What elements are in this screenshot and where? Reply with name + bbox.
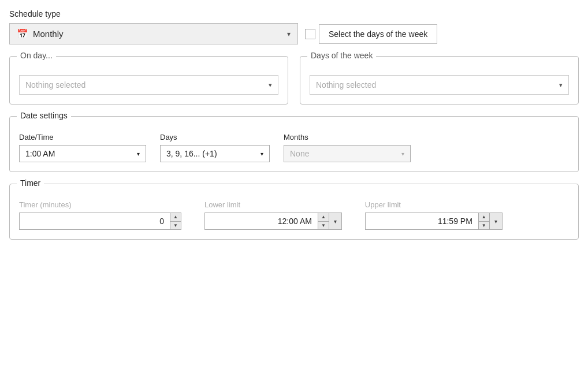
months-col: Months None ▾ [284, 133, 411, 162]
days-arrow-icon: ▾ [260, 151, 263, 157]
lower-limit-input[interactable] [204, 213, 318, 230]
days-value: 3, 9, 16... (+1) [166, 149, 260, 158]
schedule-type-dropdown[interactable]: 📅 Monthly ▾ [9, 23, 298, 44]
days-label: Days [160, 133, 270, 141]
lower-limit-dropdown-btn[interactable]: ▾ [329, 213, 342, 230]
on-day-placeholder: Nothing selected [25, 80, 269, 90]
on-day-panel: On day... Nothing selected ▾ [9, 56, 288, 105]
week-days-checkbox[interactable] [305, 29, 315, 39]
datetime-dropdown[interactable]: 1:00 AM ▾ [19, 145, 146, 162]
lower-limit-label: Lower limit [204, 200, 342, 209]
timer-minutes-label: Timer (minutes) [19, 200, 181, 209]
days-of-week-dropdown[interactable]: Nothing selected ▾ [310, 75, 569, 95]
upper-limit-dropdown-btn[interactable]: ▾ [489, 213, 503, 230]
timer-title: Timer [17, 178, 44, 188]
datetime-col: Date/Time 1:00 AM ▾ [19, 133, 146, 162]
on-day-arrow-icon: ▾ [269, 81, 272, 89]
months-dropdown[interactable]: None ▾ [284, 145, 411, 162]
lower-limit-col: Lower limit ▲ ▼ ▾ [204, 200, 342, 230]
schedule-type-value: Monthly [33, 29, 282, 39]
lower-limit-field: ▲ ▼ ▾ [204, 213, 342, 230]
datetime-arrow-icon: ▾ [137, 151, 140, 157]
timer-section: Timer Timer (minutes) ▲ ▼ Lower limit ▲ … [9, 184, 579, 240]
upper-limit-input[interactable] [365, 213, 478, 230]
days-dropdown[interactable]: 3, 9, 16... (+1) ▾ [160, 145, 270, 162]
timer-up-btn[interactable]: ▲ [170, 213, 181, 222]
datetime-value: 1:00 AM [25, 149, 137, 158]
on-day-dropdown[interactable]: Nothing selected ▾ [19, 75, 278, 95]
timer-down-btn[interactable]: ▼ [170, 222, 181, 230]
days-of-week-panel: Days of the week Nothing selected ▾ [300, 56, 579, 105]
upper-limit-field: ▲ ▼ ▾ [365, 213, 503, 230]
days-of-week-placeholder: Nothing selected [316, 80, 559, 90]
week-days-checkbox-label: Select the days of the week [319, 24, 437, 44]
datetime-label: Date/Time [19, 133, 146, 141]
upper-limit-label: Upper limit [365, 200, 503, 209]
months-label: Months [284, 133, 411, 141]
date-settings-section: Date settings Date/Time 1:00 AM ▾ Days 3… [9, 116, 579, 172]
upper-limit-col: Upper limit ▲ ▼ ▾ [365, 200, 503, 230]
lower-limit-down-btn[interactable]: ▼ [318, 222, 329, 230]
timer-minutes-col: Timer (minutes) ▲ ▼ [19, 200, 181, 230]
months-value: None [290, 149, 401, 158]
upper-limit-up-btn[interactable]: ▲ [479, 213, 489, 222]
timer-minutes-input[interactable] [20, 213, 170, 229]
days-col: Days 3, 9, 16... (+1) ▾ [160, 133, 270, 162]
schedule-type-arrow-icon: ▾ [287, 30, 291, 38]
upper-limit-down-btn[interactable]: ▼ [479, 222, 489, 230]
date-settings-title: Date settings [17, 111, 71, 120]
lower-limit-up-btn[interactable]: ▲ [318, 213, 329, 222]
calendar-icon: 📅 [17, 28, 28, 39]
months-arrow-icon: ▾ [401, 151, 404, 157]
days-of-week-arrow-icon: ▾ [559, 81, 563, 89]
timer-minutes-spinner: ▲ ▼ [19, 213, 181, 230]
on-day-panel-title: On day... [17, 51, 56, 60]
schedule-type-label: Schedule type [9, 9, 579, 18]
days-of-week-panel-title: Days of the week [307, 51, 376, 60]
